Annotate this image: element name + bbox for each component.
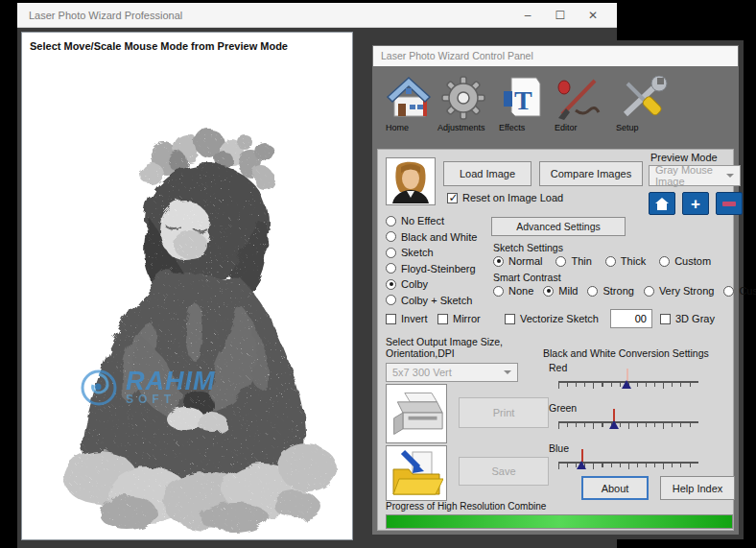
effect-colby-sketch[interactable]: Colby + Sketch [386, 295, 477, 306]
contrast-mild[interactable]: Mild [543, 285, 578, 297]
toolbar-item-setup[interactable]: Setup [612, 76, 673, 132]
output-size-label: Select Output Image Size, Orientation,DP… [386, 336, 530, 359]
controls-panel: Load Image Compare Images Preview Mode G… [377, 149, 734, 531]
avatar [386, 157, 436, 205]
effect-floyd-steinberg[interactable]: Floyd-Steinberg [386, 263, 477, 274]
contrast-custom[interactable]: Custom [723, 285, 756, 297]
minus-icon [722, 202, 736, 206]
preview-message: Select Move/Scale Mouse Mode from Previe… [30, 40, 352, 52]
load-image-button[interactable]: Load Image [443, 161, 532, 186]
progress-bar [386, 514, 733, 529]
home-glyph-icon [655, 198, 669, 210]
maximize-button[interactable]: ☐ [544, 3, 577, 28]
save-folder-icon [386, 445, 447, 501]
control-panel-titlebar: Laser Photo Wizard Control Panel [373, 46, 738, 66]
sketch-settings-options: Normal Thin Thick Custom [493, 255, 711, 267]
output-size-value: 5x7 300 Vert [392, 367, 452, 378]
effect-sketch[interactable]: Sketch [386, 247, 477, 258]
zoom-in-button[interactable]: + [682, 192, 709, 215]
invert-checkbox[interactable]: Invert [386, 313, 428, 324]
contrast-none[interactable]: None [493, 285, 533, 297]
sketch-thin[interactable]: Thin [555, 255, 591, 267]
contrast-very-strong[interactable]: Very Strong [644, 285, 714, 297]
minimize-button[interactable]: – [511, 3, 544, 28]
main-titlebar: Laser Photo Wizard Professional – ☐ ✕ [17, 3, 617, 28]
preview-image [22, 111, 352, 539]
smart-contrast-label: Smart Contrast [493, 272, 561, 283]
toolbar-label-setup: Setup [612, 123, 673, 132]
toolbar-label-adjustments: Adjustments [434, 123, 493, 132]
output-size-dropdown[interactable]: 5x7 300 Vert [386, 363, 518, 382]
paintbrush-icon [551, 76, 604, 120]
help-index-button[interactable]: Help Index [660, 476, 735, 500]
gray-value-input[interactable] [610, 309, 652, 328]
gray-3d-checkbox[interactable]: 3D Gray [660, 313, 715, 324]
compare-images-button[interactable]: Compare Images [539, 161, 643, 186]
blue-slider [558, 462, 698, 471]
bw-conversion-label: Black and White Conversion Settings [543, 347, 709, 359]
toolbar-label-effects: Effects [495, 123, 549, 132]
plus-icon: + [691, 196, 700, 212]
toolbar-item-adjustments[interactable]: Adjustments [434, 76, 493, 132]
smart-contrast-options: None Mild Strong Very Strong Custom [493, 285, 756, 297]
watermark-swirl-icon [78, 367, 120, 409]
control-panel-title: Laser Photo Wizard Control Panel [373, 46, 738, 66]
advanced-settings-button[interactable]: Advanced Settings [491, 217, 626, 236]
watermark-text-2: SOFT [126, 393, 216, 406]
home-icon [382, 76, 436, 120]
red-slider [558, 381, 698, 391]
toolbar-item-effects[interactable]: T Effects [495, 76, 549, 132]
control-panel-window: Laser Photo Wizard Control Panel Home [367, 40, 744, 539]
reset-on-image-load-checkbox[interactable]: Reset on Image Load [447, 192, 563, 203]
green-slider [558, 421, 698, 431]
green-slider-label: Green [549, 402, 577, 414]
zoom-controls: + [649, 192, 743, 215]
gear-icon [434, 76, 493, 120]
fit-home-button[interactable] [649, 192, 675, 215]
effect-no-effect[interactable]: No Effect [386, 215, 477, 226]
toolbar-label-editor: Editor [551, 123, 604, 132]
watermark-text-1: RAHIM [126, 369, 216, 393]
sketch-settings-label: Sketch Settings [493, 242, 563, 253]
red-slider-label: Red [549, 362, 567, 373]
toolbar-item-home[interactable]: Home [382, 76, 436, 132]
preview-mode-value: Gray Mouse Image [655, 164, 722, 187]
toolbar: Home [378, 74, 733, 145]
sketch-custom[interactable]: Custom [659, 255, 711, 267]
contrast-strong[interactable]: Strong [587, 285, 633, 297]
print-button[interactable]: Print [459, 397, 549, 428]
preview-mode-dropdown[interactable]: Gray Mouse Image [649, 165, 741, 186]
effect-options: No Effect Black and White Sketch Floyd-S… [386, 215, 477, 306]
blue-slider-label: Blue [549, 442, 569, 454]
checkbox-mark [447, 193, 458, 203]
tools-icon [612, 76, 673, 120]
effect-black-and-white[interactable]: Black and White [386, 231, 477, 243]
toolbar-item-editor[interactable]: Editor [551, 76, 604, 132]
about-button[interactable]: About [581, 476, 649, 500]
svg-text:T: T [514, 85, 532, 115]
mirror-checkbox[interactable]: Mirror [437, 313, 481, 324]
effect-colby[interactable]: Colby [386, 278, 477, 290]
printer-icon [386, 384, 447, 443]
toolbar-label-home: Home [382, 123, 436, 132]
sketch-thick[interactable]: Thick [605, 255, 646, 267]
progress-bar-fill [387, 515, 732, 528]
vectorize-sketch-checkbox[interactable]: Vectorize Sketch [505, 313, 599, 324]
sketch-normal[interactable]: Normal [493, 255, 542, 267]
save-button[interactable]: Save [459, 457, 549, 486]
watermark: RAHIM SOFT [78, 367, 216, 409]
zoom-out-button[interactable] [716, 192, 743, 215]
green-slider-track[interactable] [558, 421, 698, 429]
preview-mode-label: Preview Mode [650, 152, 718, 163]
preview-panel[interactable]: Select Move/Scale Mouse Mode from Previe… [21, 32, 353, 540]
close-button[interactable]: ✕ [577, 3, 609, 28]
text-effects-icon: T [495, 76, 549, 120]
progress-label: Progress of High Resolution Combine [386, 501, 546, 512]
